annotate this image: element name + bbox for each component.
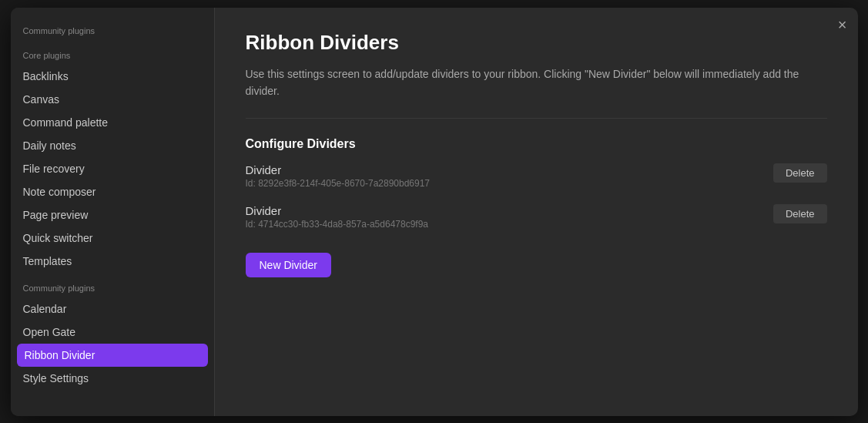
divider-name-1: Divider (246, 204, 758, 217)
sidebar-item-daily-notes[interactable]: Daily notes (11, 134, 214, 157)
divider-info-0: DividerId: 8292e3f8-214f-405e-8670-7a289… (246, 163, 758, 189)
divider-entry-1: DividerId: 4714cc30-fb33-4da8-857a-a5d64… (246, 204, 827, 230)
sidebar-item-calendar[interactable]: Calendar (11, 297, 214, 321)
divider-entry-0: DividerId: 8292e3f8-214f-405e-8670-7a289… (246, 163, 827, 189)
page-description: Use this settings screen to add/update d… (246, 65, 827, 100)
sidebar-item-canvas[interactable]: Canvas (11, 88, 214, 111)
sidebar-item-file-recovery[interactable]: File recovery (11, 157, 214, 180)
configure-section-title: Configure Dividers (246, 137, 827, 151)
sidebar-item-command-palette[interactable]: Command palette (11, 111, 214, 134)
divider-id-1: Id: 4714cc30-fb33-4da8-857a-a5d6478c9f9a (246, 219, 758, 230)
delete-button-1[interactable]: Delete (773, 204, 827, 223)
section-divider (246, 118, 827, 119)
divider-id-0: Id: 8292e3f8-214f-405e-8670-7a2890bd6917 (246, 178, 758, 189)
main-content: × Ribbon Dividers Use this settings scre… (215, 8, 858, 416)
sidebar-item-open-gate[interactable]: Open Gate (11, 321, 214, 344)
sidebar-item-note-composer[interactable]: Note composer (11, 180, 214, 203)
sidebar-item-page-preview[interactable]: Page preview (11, 203, 214, 227)
sidebar-item-style-settings[interactable]: Style Settings (11, 367, 214, 390)
delete-button-0[interactable]: Delete (773, 163, 827, 183)
divider-name-0: Divider (246, 163, 758, 176)
sidebar-item-quick-switcher[interactable]: Quick switcher (11, 227, 214, 250)
community-section-label: Community plugins (11, 273, 214, 297)
dividers-list: DividerId: 8292e3f8-214f-405e-8670-7a289… (246, 163, 827, 230)
core-section-label: Core plugins (11, 40, 214, 65)
modal: Community plugins Core plugins Backlinks… (11, 8, 858, 416)
close-button[interactable]: × (838, 17, 847, 32)
sidebar: Community plugins Core plugins Backlinks… (11, 8, 215, 416)
top-section-label: Community plugins (11, 15, 214, 40)
new-divider-button[interactable]: New Divider (246, 253, 331, 277)
sidebar-item-backlinks[interactable]: Backlinks (11, 65, 214, 88)
sidebar-item-templates[interactable]: Templates (11, 250, 214, 273)
divider-info-1: DividerId: 4714cc30-fb33-4da8-857a-a5d64… (246, 204, 758, 230)
page-title: Ribbon Dividers (246, 31, 827, 55)
sidebar-item-ribbon-divider[interactable]: Ribbon Divider (17, 344, 208, 367)
